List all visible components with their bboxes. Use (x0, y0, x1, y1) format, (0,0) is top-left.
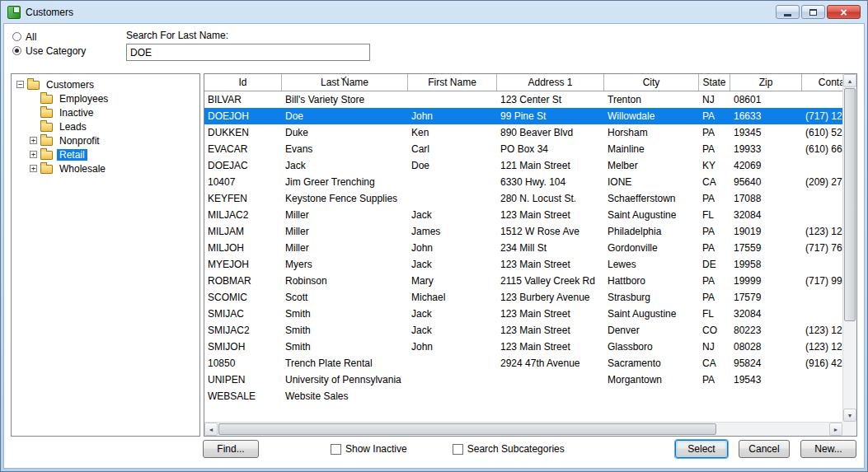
customers-grid[interactable]: IdLast NameFirst NameAddress 1CityStateZ… (204, 73, 857, 437)
tree-item-wholesale[interactable]: +Wholesale (13, 161, 198, 175)
table-row[interactable]: MILJAMMillerJames1512 W Rose AvePhiladel… (204, 223, 842, 240)
cell: 10407 (204, 174, 282, 190)
scroll-up-button[interactable]: ▲ (843, 74, 856, 87)
find-button[interactable]: Find... (203, 440, 259, 458)
radio-use-category[interactable]: Use Category (12, 44, 118, 58)
search-subcategories-checkbox[interactable] (453, 444, 463, 455)
cell: FL (699, 207, 730, 223)
search-input[interactable] (126, 44, 370, 61)
column-header-contact[interactable]: Contact (802, 74, 842, 91)
table-row[interactable]: SMIJACSmithJack123 Main StreetSaint Augu… (204, 306, 842, 322)
cell: Mary (408, 273, 497, 289)
category-tree[interactable]: −CustomersEmployeesInactiveLeads+Nonprof… (11, 73, 200, 437)
scroll-down-button[interactable]: ▼ (843, 409, 856, 422)
select-button[interactable]: Select (675, 440, 728, 458)
minimize-button[interactable] (776, 5, 800, 19)
table-row[interactable]: SMIJAC2SmithJack123 Main StreetDenverCO8… (204, 322, 842, 339)
vertical-scrollbar[interactable]: ▲ ▼ (842, 74, 856, 422)
cell: DUKKEN (204, 124, 282, 141)
show-inactive-checkbox[interactable] (331, 444, 341, 455)
table-row[interactable]: 10407Jim Greer Trenching6330 Hwy. 104ION… (204, 174, 842, 190)
scrollbar-corner (842, 422, 856, 436)
table-row[interactable]: ROBMARRobinsonMary2115 Valley Creek RdHa… (204, 273, 842, 289)
scroll-right-button[interactable]: ► (829, 423, 842, 436)
table-row[interactable]: MILJAC2MillerJack123 Main StreetSaint Au… (204, 207, 842, 223)
table-row[interactable]: UNIPENUniversity of PennsylvaniaMorganto… (204, 372, 842, 388)
radio-use-category-icon[interactable] (12, 46, 21, 55)
cell: 123 Main Street (497, 339, 604, 355)
expand-toggle-icon[interactable]: + (30, 165, 37, 172)
cell: 17088 (730, 190, 802, 207)
table-row[interactable]: DOEJOHDoeJohn99 Pine StWillowdalePA16633… (204, 108, 842, 124)
table-row[interactable]: 10850Trench Plate Rental2924 47th Avenue… (204, 355, 842, 372)
table-row[interactable]: SCOMICScottMichael123 Burbery AvenueStra… (204, 289, 842, 306)
cell: Hattboro (604, 273, 699, 289)
tree-item-retail[interactable]: +Retail (13, 147, 198, 161)
cell: 19933 (730, 141, 802, 157)
table-row[interactable]: EVACAREvansCarlPO Box 34MainlinePA19933(… (204, 141, 842, 157)
cell: CA (699, 174, 730, 190)
column-header-state[interactable]: State (699, 74, 730, 91)
column-header-first-name[interactable]: First Name (408, 74, 497, 91)
vertical-scroll-thumb[interactable] (844, 88, 856, 321)
table-row[interactable]: WEBSALEWebsite Sales (204, 388, 842, 404)
tree-item-leads[interactable]: Leads (13, 119, 198, 133)
horizontal-scrollbar[interactable]: ◄ ► (204, 422, 842, 436)
table-row[interactable]: SMIJOHSmithJohn123 Main StreetGlassboroN… (204, 339, 842, 355)
folder-icon (40, 109, 53, 118)
cell (730, 388, 802, 404)
cell (802, 372, 842, 388)
cell: Website Sales (282, 388, 408, 404)
cell: KY (699, 157, 730, 174)
collapse-toggle-icon[interactable]: − (16, 81, 24, 88)
table-row[interactable]: DUKKENDukeKen890 Beaver BlvdHorshamPA193… (204, 124, 842, 141)
maximize-button[interactable] (801, 5, 825, 19)
table-row[interactable]: KEYFENKeystone Fence Supplies280 N. Locu… (204, 190, 842, 207)
cell: 890 Beaver Blvd (497, 124, 604, 141)
table-row[interactable]: DOEJACJackDoe121 Main StreetMelberKY4206… (204, 157, 842, 174)
cell (802, 256, 842, 273)
column-header-id[interactable]: Id (204, 74, 282, 91)
cell: Gordonville (604, 240, 699, 256)
search-subcategories-option[interactable]: Search Subcategories (453, 443, 565, 455)
cancel-button[interactable]: Cancel (739, 440, 790, 458)
cell: 123 Burbery Avenue (497, 289, 604, 306)
column-header-city[interactable]: City (604, 74, 699, 91)
column-header-address-1[interactable]: Address 1 (497, 74, 604, 91)
tree-item-customers[interactable]: −Customers (13, 77, 198, 91)
titlebar[interactable]: Customers × (3, 1, 865, 23)
show-inactive-option[interactable]: Show Inactive (331, 443, 407, 455)
table-row[interactable]: MILJOHMillerJohn234 Mill StGordonvillePA… (204, 240, 842, 256)
cell: NJ (699, 339, 730, 355)
cell: 99 Pine St (497, 108, 604, 124)
horizontal-scroll-thumb[interactable] (218, 423, 716, 435)
scroll-left-button[interactable]: ◄ (204, 423, 218, 436)
cell: PA (699, 124, 730, 141)
expand-toggle-icon[interactable]: + (30, 137, 37, 144)
cell: Horsham (604, 124, 699, 141)
cell: (610) 664-3 (802, 141, 842, 157)
cell: (717) 999-8 (802, 273, 842, 289)
table-row[interactable]: MYEJOHMyersJack123 Main StreetLewesDE199… (204, 256, 842, 273)
cell: Miller (282, 223, 408, 240)
new-button[interactable]: New... (800, 440, 856, 458)
cell: DE (699, 256, 730, 273)
table-row[interactable]: BILVARBill's Variety Store123 Center StT… (204, 91, 842, 108)
tree-item-employees[interactable]: Employees (13, 91, 198, 105)
column-header-last-name[interactable]: Last Name (282, 74, 408, 91)
radio-all[interactable]: All (12, 30, 118, 44)
close-button[interactable]: × (827, 5, 861, 19)
expand-toggle-icon[interactable]: + (30, 151, 37, 158)
cell (802, 91, 842, 108)
footer-bar: Find... Show Inactive Search Subcategori… (4, 437, 864, 468)
cell: PA (699, 190, 730, 207)
cell: John (408, 240, 497, 256)
tree-item-inactive[interactable]: Inactive (13, 105, 198, 119)
cell: Robinson (282, 273, 408, 289)
cell: DOEJAC (204, 157, 282, 174)
radio-all-icon[interactable] (12, 32, 21, 41)
cell: 123 Main Street (497, 322, 604, 339)
cell: MYEJOH (204, 256, 282, 273)
column-header-zip[interactable]: Zip (730, 74, 802, 91)
tree-item-nonprofit[interactable]: +Nonprofit (13, 133, 198, 147)
